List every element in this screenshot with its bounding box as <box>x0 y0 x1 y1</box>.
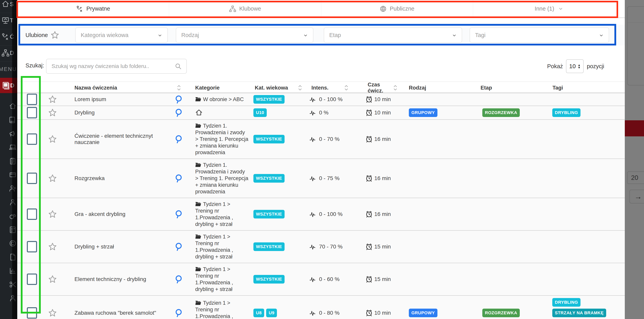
tab-prywatne[interactable]: Prywatne <box>17 0 169 18</box>
exercise-name: Rozgrzewka <box>74 175 105 182</box>
tab-klubowe[interactable]: Klubowe <box>169 0 321 18</box>
tab-label: Publiczne <box>390 6 414 12</box>
page-size-input[interactable]: 10 ▲▼ <box>566 59 584 73</box>
row-categories-cell: Tydzien 1. Prowadzenia i zwody > Trening… <box>190 120 250 158</box>
home-icon <box>195 109 203 116</box>
category-path: Tydzien 1 > Trening nr 1.Prowadzenia , d… <box>195 233 248 260</box>
favorite-star-icon[interactable] <box>48 308 57 317</box>
filter-select-tagi[interactable]: Tagi <box>470 28 609 43</box>
hierarchy-icon <box>2 49 10 57</box>
row-intensity-cell: 0 - 80 % <box>307 310 364 316</box>
row-checkbox[interactable] <box>27 307 37 318</box>
time-value: 16 min <box>374 136 391 142</box>
favorite-star-icon[interactable] <box>48 108 57 117</box>
preview-magnifier-icon[interactable] <box>174 95 184 104</box>
header-name[interactable]: Nazwa ćwiczenia <box>64 85 168 91</box>
category-path: Tydzien 1. Prowadzenia i zwody > Trening… <box>195 162 248 195</box>
folder-icon <box>195 96 202 102</box>
row-checkbox[interactable] <box>27 94 37 105</box>
page-size-positions-label: pozycji <box>587 63 604 70</box>
intensity-value: 0 - 100 % <box>319 211 342 217</box>
row-checkbox-cell <box>23 173 41 184</box>
badge-wszystkie: WSZYSTKIE <box>254 275 284 284</box>
favorite-star-icon[interactable] <box>48 95 57 104</box>
row-star-cell <box>41 95 64 104</box>
favorite-star-icon[interactable] <box>48 275 57 284</box>
row-time-cell: 16 min <box>364 174 403 182</box>
category-path: Tydzien 1 > Trening nr 1.Prowadzenia , d… <box>195 300 248 319</box>
tab-publiczne[interactable]: Publiczne <box>321 0 473 18</box>
time-value: 16 min <box>374 175 391 182</box>
row-checkbox-cell <box>23 307 41 318</box>
background-red-bar <box>625 120 644 136</box>
row-preview-cell <box>168 210 190 219</box>
sort-icon[interactable] <box>344 84 348 91</box>
select-placeholder: Tagi <box>475 32 486 38</box>
row-age-cell: WSZYSTKIE <box>250 275 307 284</box>
alarm-clock-icon <box>365 96 373 103</box>
row-preview-cell <box>168 242 190 251</box>
sort-icon[interactable] <box>298 84 302 91</box>
favorite-star-icon[interactable] <box>48 174 57 182</box>
hierarchy-icon <box>229 5 236 12</box>
preview-magnifier-icon[interactable] <box>174 275 184 284</box>
row-checkbox[interactable] <box>27 173 37 184</box>
folder-icon <box>195 162 202 167</box>
page-size-control: Pokaż 10 ▲▼ pozycji <box>547 59 604 74</box>
header-age[interactable]: Kat. wiekowa <box>250 84 307 91</box>
favorites-star-icon[interactable] <box>50 31 59 40</box>
page-size-stepper[interactable]: ▲▼ <box>578 64 581 69</box>
filter-select-kategoria-wiekowa[interactable]: Kategoria wiekowa <box>75 28 168 43</box>
filter-select-etap[interactable]: Etap <box>324 28 462 43</box>
table-header-row: Nazwa ćwiczenia Kategorie Kat. wiekowa I… <box>17 82 625 93</box>
intensity-value: 0 - 70 % <box>319 136 340 142</box>
sort-icon[interactable] <box>177 84 181 91</box>
row-checkbox[interactable] <box>27 241 37 252</box>
exercise-name: Drybling + strzał <box>74 244 114 250</box>
table-row: Ćwiczenie - element technicznyt nauczani… <box>17 120 625 159</box>
header-intensity[interactable]: Intens. <box>307 84 364 91</box>
exercise-table: Nazwa ćwiczenia Kategorie Kat. wiekowa I… <box>17 82 625 319</box>
alarm-clock-icon <box>365 210 373 218</box>
header-time[interactable]: Czas ćwicz. <box>364 82 403 94</box>
row-time-cell: 15 min <box>364 276 403 283</box>
preview-magnifier-icon[interactable] <box>174 174 184 183</box>
row-name-cell: Ćwiczenie - element technicznyt nauczani… <box>64 133 168 146</box>
sort-icon[interactable] <box>393 84 398 91</box>
tab-inne-1-[interactable]: Inne (1) <box>473 0 625 18</box>
row-checkbox-cell <box>23 208 41 220</box>
row-kind-cell: GRUPOWY <box>403 308 476 317</box>
preview-magnifier-icon[interactable] <box>174 134 184 144</box>
favorite-star-icon[interactable] <box>48 210 57 218</box>
row-checkbox-cell <box>23 274 41 285</box>
strategy-icon <box>2 33 10 40</box>
row-checkbox[interactable] <box>27 274 37 285</box>
row-checkbox[interactable] <box>27 208 37 220</box>
row-preview-cell <box>168 108 190 117</box>
preview-magnifier-icon[interactable] <box>174 210 184 219</box>
row-name-cell: Zabawa ruchowa "berek samolot" <box>64 310 168 316</box>
row-name-cell: Lorem ipsum <box>64 96 168 102</box>
row-age-cell: WSZYSTKIE <box>250 135 307 144</box>
badge-u8: U8 <box>254 308 264 317</box>
favorites-label: Ulubione <box>26 32 48 38</box>
filter-select-rodzaj[interactable]: Rodzaj <box>176 28 314 43</box>
favorite-star-icon[interactable] <box>48 135 57 144</box>
row-categories-cell: W obronie > ABC <box>190 93 250 106</box>
preview-magnifier-icon[interactable] <box>174 308 184 318</box>
favorites-filter[interactable]: Ulubione <box>26 25 59 46</box>
folder-icon <box>195 202 202 206</box>
row-checkbox[interactable] <box>27 134 37 145</box>
row-time-cell: 15 min <box>364 243 403 250</box>
search-box <box>46 59 187 74</box>
row-age-cell: U8U9 <box>250 308 307 317</box>
row-star-cell <box>41 275 64 284</box>
preview-magnifier-icon[interactable] <box>174 242 184 251</box>
row-tags-cell: DRYBLING <box>548 106 625 119</box>
favorite-star-icon[interactable] <box>48 242 57 251</box>
table-row: Lorem ipsumW obronie > ABCWSZYSTKIE0 - 1… <box>17 93 625 106</box>
row-checkbox[interactable] <box>27 107 37 118</box>
row-intensity-cell: 70 - 70 % <box>307 243 364 250</box>
preview-magnifier-icon[interactable] <box>174 108 184 117</box>
search-input[interactable] <box>46 63 174 69</box>
